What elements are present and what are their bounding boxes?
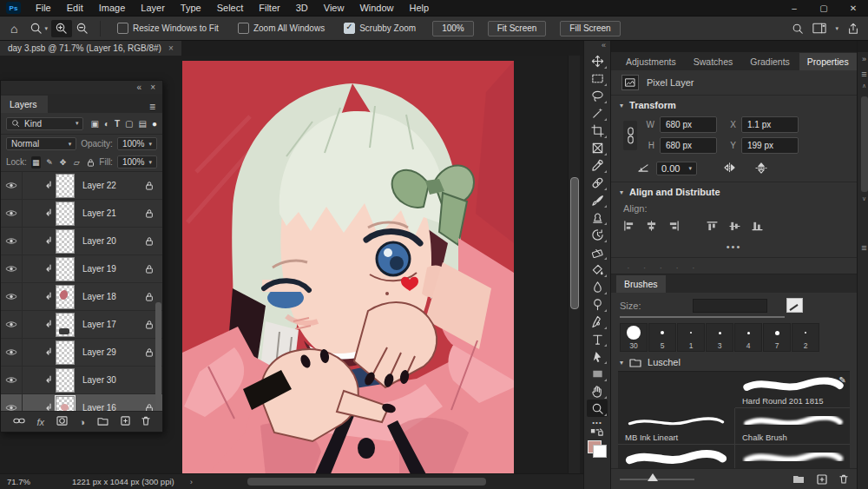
adjustment-layer-icon[interactable]: ◑ xyxy=(79,417,85,427)
layer-thumbnail[interactable] xyxy=(56,340,75,365)
slider-knob[interactable] xyxy=(648,473,658,481)
home-icon[interactable]: ⌂ xyxy=(10,22,17,36)
visibility-eye-icon[interactable] xyxy=(1,255,23,282)
brush-item[interactable]: MB Ink Lineart xyxy=(618,408,735,445)
scroll-up-icon[interactable]: ∧ xyxy=(862,83,866,89)
brush-item[interactable]: ✎ Hard Round 201 1815 xyxy=(735,372,850,408)
workspace-icon[interactable] xyxy=(812,23,826,34)
menu-window[interactable]: Window xyxy=(352,3,401,13)
layer-row[interactable]: Layer 19 xyxy=(1,255,162,283)
align-bottom-icon[interactable] xyxy=(752,221,763,233)
layer-thumbnail[interactable] xyxy=(56,368,75,393)
status-chevron-icon[interactable]: › xyxy=(190,477,193,486)
visibility-eye-icon[interactable] xyxy=(1,394,23,411)
zoom-tool[interactable] xyxy=(587,400,608,417)
scrollbar-thumb[interactable] xyxy=(570,177,579,309)
filter-toggle-icon[interactable]: ● xyxy=(152,119,157,129)
chevron-down-icon[interactable]: ▾ xyxy=(620,188,623,196)
lock-all-icon[interactable] xyxy=(86,156,95,169)
properties-scrollbar[interactable] xyxy=(861,96,868,192)
edit-toolbar-icon[interactable]: ••• xyxy=(592,419,602,426)
delete-layer-icon[interactable] xyxy=(141,416,150,427)
brush-preset[interactable]: 4 xyxy=(734,323,762,352)
filter-smart-objects-icon[interactable]: ▤ xyxy=(139,119,147,129)
expand-panels-icon[interactable]: » xyxy=(862,55,866,63)
layers-scrollbar[interactable] xyxy=(155,302,161,411)
tab-adjustments[interactable]: Adjustments xyxy=(618,53,684,70)
checkbox-checked-icon[interactable] xyxy=(344,23,355,34)
brush-item[interactable]: Chalk Brush xyxy=(735,408,850,445)
fit-screen-button[interactable]: Fit Screen xyxy=(488,21,547,36)
x-field[interactable]: 1.1 px xyxy=(741,116,799,133)
brush-preset[interactable]: 2 xyxy=(792,323,819,352)
layer-row[interactable]: Layer 30 xyxy=(1,367,162,394)
blur-tool[interactable] xyxy=(587,278,608,295)
zoom-percentage[interactable]: 71.7% xyxy=(7,477,30,486)
brush-preset[interactable]: 5 xyxy=(648,323,676,352)
brush-size-field[interactable] xyxy=(693,299,767,313)
brush-folder-row[interactable]: ▾ Luschel xyxy=(611,352,857,371)
layer-row[interactable]: Layer 22 xyxy=(1,172,162,200)
visibility-eye-icon[interactable] xyxy=(1,200,23,227)
clone-stamp-tool[interactable] xyxy=(587,208,608,226)
fill-dropdown[interactable]: 100%▾ xyxy=(117,155,157,169)
brush-preset[interactable]: 30 xyxy=(620,323,648,352)
lock-transparency-icon[interactable]: ▦ xyxy=(31,156,41,169)
menu-3d[interactable]: 3D xyxy=(288,3,316,13)
align-left-icon[interactable] xyxy=(623,221,635,233)
link-dimensions-icon[interactable] xyxy=(623,121,637,150)
lock-paint-icon[interactable]: ✎ xyxy=(45,156,55,169)
flip-horizontal-icon[interactable] xyxy=(723,162,736,175)
brushes-panel-menu-icon[interactable]: ≡ xyxy=(861,242,866,253)
filter-shape-layers-icon[interactable]: ▢ xyxy=(125,119,133,129)
visibility-eye-icon[interactable] xyxy=(1,228,23,254)
align-top-icon[interactable] xyxy=(707,221,718,233)
brush-preset[interactable]: 1 xyxy=(677,323,705,352)
preview-size-slider[interactable] xyxy=(620,479,694,480)
brush-tool[interactable] xyxy=(587,191,608,208)
tab-swatches[interactable]: Swatches xyxy=(686,53,741,70)
height-field[interactable]: 680 px xyxy=(660,137,717,154)
canvas-vertical-scrollbar[interactable] xyxy=(568,56,580,473)
menu-help[interactable]: Help xyxy=(402,3,437,13)
canvas-horizontal-scrollbar[interactable] xyxy=(247,478,486,486)
layer-row[interactable]: Layer 18 xyxy=(1,283,162,311)
layer-thumbnail[interactable] xyxy=(56,285,75,309)
menu-file[interactable]: File xyxy=(28,3,59,13)
flip-vertical-icon[interactable] xyxy=(755,162,767,175)
crop-tool[interactable] xyxy=(587,122,608,139)
menu-select[interactable]: Select xyxy=(209,3,252,13)
frame-tool[interactable] xyxy=(587,139,608,156)
add-mask-icon[interactable] xyxy=(56,416,68,427)
close-button[interactable]: ✕ xyxy=(838,3,868,13)
object-selection-tool[interactable] xyxy=(587,104,608,122)
chevron-down-icon[interactable]: ▾ xyxy=(620,102,623,109)
filter-adjustment-layers-icon[interactable]: ◐ xyxy=(104,119,109,129)
restore-button[interactable]: ▢ xyxy=(809,3,838,13)
menu-filter[interactable]: Filter xyxy=(251,3,287,13)
zoom-in-button[interactable] xyxy=(51,20,72,37)
new-group-icon[interactable] xyxy=(97,417,108,427)
layer-thumbnail[interactable] xyxy=(56,396,75,412)
layer-thumbnail[interactable] xyxy=(56,229,75,254)
layer-row[interactable]: Layer 29 xyxy=(1,339,162,367)
checkbox-unchecked-icon[interactable] xyxy=(117,23,128,34)
delete-brush-icon[interactable] xyxy=(839,474,848,484)
brush-settings-icon[interactable] xyxy=(786,298,803,313)
visibility-eye-icon[interactable] xyxy=(1,283,23,310)
menu-layer[interactable]: Layer xyxy=(133,3,173,13)
filter-type-layers-icon[interactable]: T xyxy=(115,119,120,129)
chevron-down-icon[interactable]: ▾ xyxy=(835,25,838,32)
more-options-icon[interactable]: ••• xyxy=(611,236,857,258)
tab-gradients[interactable]: Gradients xyxy=(742,53,798,70)
dodge-tool[interactable] xyxy=(587,295,608,313)
swap-colors-icon[interactable] xyxy=(590,428,604,439)
close-icon[interactable]: × xyxy=(150,83,155,92)
layer-row[interactable]: Layer 17 xyxy=(1,311,162,339)
menu-view[interactable]: View xyxy=(316,3,352,13)
tab-layers[interactable]: Layers xyxy=(1,96,48,113)
eraser-tool[interactable] xyxy=(587,243,608,261)
y-field[interactable]: 199 px xyxy=(741,137,799,154)
align-right-icon[interactable] xyxy=(668,221,680,233)
kind-filter-dropdown[interactable]: Kind ▾ xyxy=(6,117,83,130)
